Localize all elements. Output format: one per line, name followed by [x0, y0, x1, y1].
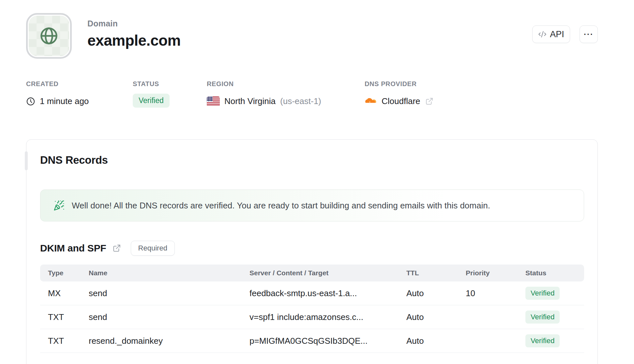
domain-meta-row: CREATED 1 minute ago STATUS Verified REG… [26, 80, 433, 108]
meta-status: STATUS Verified [133, 80, 207, 108]
more-options-button[interactable]: ··· [580, 25, 598, 43]
dns-provider-label: DNS PROVIDER [365, 80, 433, 88]
domain-eyebrow-label: Domain [87, 19, 181, 28]
status-badge: Verified [133, 94, 170, 108]
column-header-content: Server / Content / Target [249, 269, 406, 277]
dns-records-card: DNS Records Well done! All the DNS recor… [26, 139, 598, 364]
column-header-priority: Priority [466, 269, 525, 277]
title-block: Domain example.com [87, 19, 181, 49]
region-code: (us-east-1) [280, 96, 321, 106]
table-row: TXT resend._domainkey p=MIGfMA0GCSqGSIb3… [40, 329, 584, 353]
column-header-type: Type [40, 269, 89, 277]
created-label: CREATED [26, 80, 133, 88]
record-type: TXT [40, 336, 89, 346]
meta-created: CREATED 1 minute ago [26, 80, 133, 108]
meta-region: REGION North Virginia (us-east-1) [207, 80, 365, 108]
dns-provider-value: Cloudflare [382, 96, 420, 106]
column-header-ttl: TTL [406, 269, 466, 277]
success-banner-message: Well done! All the DNS records are verif… [72, 201, 490, 211]
dkim-spf-title: DKIM and SPF [40, 243, 106, 254]
dns-records-table: Type Name Server / Content / Target TTL … [40, 265, 584, 353]
record-type: MX [40, 288, 89, 298]
us-flag-icon [207, 97, 220, 106]
table-header-row: Type Name Server / Content / Target TTL … [40, 265, 584, 281]
column-header-status: Status [525, 269, 584, 277]
header-actions: API ··· [532, 25, 598, 43]
record-name: resend._domainkey [89, 336, 249, 346]
required-badge: Required [131, 241, 175, 256]
party-popper-icon [53, 200, 65, 211]
record-content: p=MIGfMA0GCSqGSIb3DQE... [249, 336, 406, 346]
record-status-badge: Verified [525, 287, 560, 300]
column-header-name: Name [89, 269, 249, 277]
cloudflare-icon [365, 97, 377, 106]
table-row: TXT send v=spf1 include:amazonses.c... A… [40, 305, 584, 329]
record-type: TXT [40, 312, 89, 322]
table-row: MX send feedback-smtp.us-east-1.a... Aut… [40, 281, 584, 305]
record-priority: 10 [466, 288, 525, 298]
dns-records-title: DNS Records [40, 154, 108, 166]
domain-avatar [26, 13, 72, 59]
page-title: example.com [87, 32, 181, 49]
record-name: send [89, 312, 249, 322]
record-ttl: Auto [406, 312, 466, 322]
code-icon [538, 30, 547, 38]
record-status-badge: Verified [525, 311, 560, 324]
record-content: feedback-smtp.us-east-1.a... [249, 288, 406, 298]
record-name: send [89, 288, 249, 298]
card-accent-tab [25, 151, 28, 170]
clock-icon [26, 97, 35, 106]
record-ttl: Auto [406, 288, 466, 298]
record-content: v=spf1 include:amazonses.c... [249, 312, 406, 322]
created-value: 1 minute ago [40, 96, 89, 106]
meta-dns-provider: DNS PROVIDER Cloudflare [365, 80, 433, 108]
api-button[interactable]: API [532, 25, 570, 43]
globe-icon [39, 26, 59, 46]
status-label: STATUS [133, 80, 207, 88]
api-button-label: API [550, 29, 564, 39]
success-banner: Well done! All the DNS records are verif… [40, 190, 584, 221]
external-link-icon[interactable] [425, 97, 433, 106]
record-status-badge: Verified [525, 334, 560, 347]
ellipsis-icon: ··· [584, 30, 594, 39]
avatar-checker-background [29, 16, 69, 56]
record-ttl: Auto [406, 336, 466, 346]
region-name: North Virginia [224, 96, 276, 106]
region-label: REGION [207, 80, 365, 88]
dkim-external-link-icon[interactable] [112, 244, 121, 253]
dkim-spf-section-head: DKIM and SPF Required [40, 241, 175, 256]
